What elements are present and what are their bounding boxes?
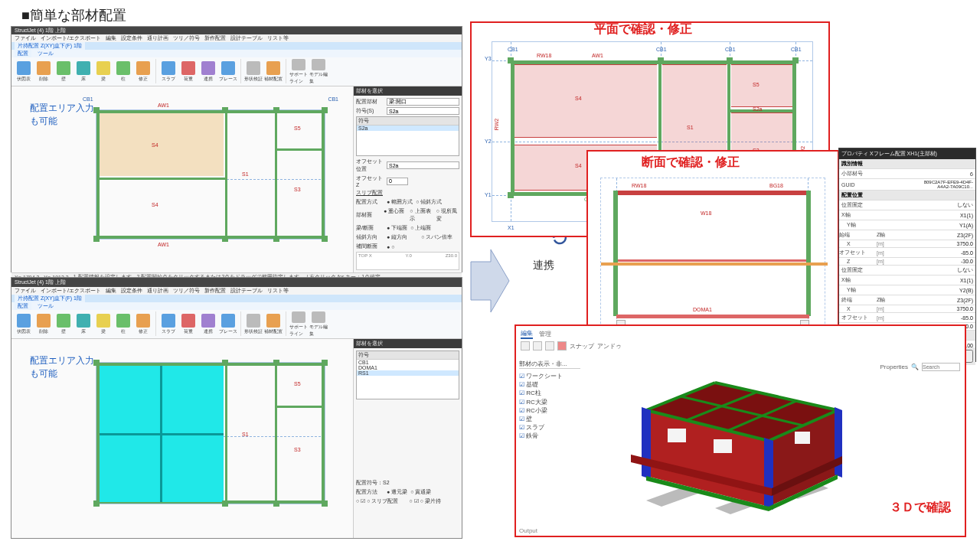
view3d-title: ３Ｄで確認 — [890, 500, 951, 516]
drawpane-2[interactable]: 配置エリア入力 も可能 — [11, 339, 353, 538]
svg-marker-0 — [471, 249, 509, 312]
annot-area-2: 配置エリア入力 も可能 — [30, 354, 94, 380]
menu-item[interactable]: ファイル — [15, 287, 36, 295]
titlebar-2: StructJet (4) 1階 上階 — [11, 278, 462, 287]
ribbon-btn-荷重[interactable]: 荷重 — [179, 59, 198, 85]
ribbon-btn-補材配置[interactable]: 補材配置 — [264, 59, 283, 85]
menu-item[interactable]: 通り計画 — [147, 287, 168, 295]
ribbon-btn-削除[interactable]: 削除 — [34, 311, 53, 337]
page-title: ■簡単な部材配置 — [21, 6, 126, 24]
ribbon-btn-モデル編集[interactable]: モデル編集 — [309, 59, 328, 85]
doc-tab-2[interactable]: 片持配置 Z(XY)直下(F) 1階 — [15, 295, 85, 302]
plan-title: 平面で確認・修正 — [594, 21, 692, 37]
ribbon-btn-伏図表[interactable]: 伏図表 — [15, 59, 33, 85]
ribbon-btn-伏図表[interactable]: 伏図表 — [15, 311, 33, 337]
ribbon-btn-壁[interactable]: 壁 — [54, 59, 73, 85]
drawpane-1[interactable]: 配置エリア入力 も可能 — [11, 86, 353, 272]
appwin-1: StructJet (4) 1階 上階 ファイルインポート/エクスポート編集設定… — [11, 26, 462, 272]
doc-tab[interactable]: 片持配置 Z(XY)直下(F) 1階 — [15, 42, 85, 50]
radio-range[interactable]: 範囲方式 — [387, 198, 413, 206]
ribbon-btn-モデル編集[interactable]: モデル編集 — [309, 311, 328, 337]
ribbon-btn-サポートライン[interactable]: サポートライン — [289, 311, 308, 337]
menu-item[interactable]: 通り計画 — [147, 34, 168, 42]
titlebar: StructJet (4) 1階 上階 — [11, 27, 462, 34]
ribbon-btn-スラブ[interactable]: スラブ — [159, 311, 178, 337]
sidepanel-header-2: 部材を選択 — [354, 339, 462, 348]
ribbon-btn-ブレース[interactable]: ブレース — [219, 59, 237, 85]
menu-item[interactable]: 新作配置 — [204, 34, 226, 42]
ribbon-btn-修正[interactable]: 修正 — [134, 59, 152, 85]
sidepanel-2: 部材を選択 符号 CB1 DOMA1 RS1 配置符号：S2 配置方法還元梁貫通… — [353, 339, 462, 538]
section-title: 断面で確認・修正 — [642, 155, 740, 171]
ribbon-btn-ブレース[interactable]: ブレース — [219, 311, 237, 337]
ribbon-btn-床[interactable]: 床 — [74, 311, 93, 337]
doc-tabbar-2[interactable]: 片持配置 Z(XY)直下(F) 1階 — [11, 295, 462, 302]
sidepanel-1: 部材を選択 配置部材 符号(S) 符号 S2a オフセット位置 オフセットZ ス… — [353, 86, 462, 272]
menu-item[interactable]: 設計テーブル — [230, 34, 263, 42]
property-header: プロパティ Xフレーム配置 XH1(主部材) — [839, 148, 975, 159]
menu-item[interactable]: インポート/エクスポート — [41, 287, 101, 295]
property-table[interactable]: 識別情報 小部材号6 GUID809C2A7F-EFE9-4D4F-A4A2-7… — [839, 159, 975, 347]
symbol-input[interactable] — [387, 107, 459, 115]
ribbon-btn-修正[interactable]: 修正 — [134, 311, 152, 337]
ribbon-btn-サポートライン[interactable]: サポートライン — [289, 59, 308, 85]
appwin-2: StructJet (4) 1階 上階 ファイルインポート/エクスポート編集設定… — [11, 277, 462, 539]
svg-rect-19 — [668, 429, 686, 442]
ribbon-btn-削除[interactable]: 削除 — [34, 59, 53, 85]
sidepanel-header: 部材を選択 — [354, 86, 462, 96]
menubar-2[interactable]: ファイルインポート/エクスポート編集設定条件通り計画ツリ／符号新作配置設計テーブ… — [11, 287, 462, 295]
ribbon-btn-形状検証[interactable]: 形状検証 — [244, 59, 263, 85]
ribbon-btn-形状検証[interactable]: 形状検証 — [244, 311, 263, 337]
offset-input[interactable] — [387, 161, 459, 169]
symbol-list-2[interactable]: 符号 CB1 DOMA1 RS1 — [356, 350, 459, 399]
subtab-tool[interactable]: ツール — [34, 50, 57, 57]
ribbon-btn-連携[interactable]: 連携 — [199, 59, 217, 85]
radio-slope[interactable]: 傾斜方式 — [416, 198, 442, 206]
menu-item[interactable]: ツリ／符号 — [173, 287, 200, 295]
ribbon-btn-柱[interactable]: 柱 — [114, 311, 132, 337]
ribbon-btn-床[interactable]: 床 — [74, 59, 93, 85]
member-input[interactable] — [387, 98, 459, 106]
ribbon: 伏図表削除壁床梁柱修正スラブ荷重連携ブレース形状検証補材配置サポートラインモデル… — [11, 57, 462, 86]
link-label: 連携 — [533, 259, 554, 272]
subtab-layout[interactable]: 配置 — [15, 50, 31, 57]
offsetz-input[interactable] — [387, 178, 408, 185]
subtabbar-2[interactable]: 配置 ツール — [11, 302, 462, 310]
menu-item[interactable]: 設定条件 — [121, 287, 142, 295]
menu-item[interactable]: ツリ／符号 — [173, 34, 200, 42]
menu-item[interactable]: 設計テーブル — [230, 287, 263, 295]
ribbon-btn-連携[interactable]: 連携 — [199, 311, 217, 337]
ribbon-btn-梁[interactable]: 梁 — [94, 311, 113, 337]
ribbon-btn-スラブ[interactable]: スラブ — [159, 59, 178, 85]
menu-item[interactable]: 新作配置 — [204, 287, 226, 295]
doc-tabbar[interactable]: 片持配置 Z(XY)直下(F) 1階 — [11, 42, 462, 50]
symbol-list[interactable]: 符号 S2a — [356, 116, 459, 156]
svg-rect-21 — [795, 432, 810, 444]
svg-marker-15 — [764, 438, 773, 510]
svg-marker-14 — [642, 407, 651, 479]
svg-marker-16 — [835, 407, 842, 478]
section-drawing[interactable]: W18 DOMA1 RW18 BG18 X1 X1.3 — [600, 178, 825, 343]
menu-item[interactable]: 設定条件 — [121, 34, 142, 42]
svg-rect-20 — [714, 439, 732, 453]
menu-item[interactable]: リスト等 — [267, 34, 289, 42]
arrow-icon — [468, 246, 511, 315]
menu-item[interactable]: インポート/エクスポート — [41, 34, 101, 42]
ribbon-btn-梁[interactable]: 梁 — [94, 59, 113, 85]
view3d-panel: 編集 管理 スナップ アンドゥ 部材の表示・非... ワークシート基礎RC柱RC… — [514, 324, 966, 537]
subtabbar[interactable]: 配置 ツール — [11, 50, 462, 57]
ribbon-btn-柱[interactable]: 柱 — [114, 59, 132, 85]
ribbon-btn-壁[interactable]: 壁 — [54, 311, 73, 337]
menubar[interactable]: ファイルインポート/エクスポート編集設定条件通り計画ツリ／符号新作配置設計テーブ… — [11, 34, 462, 42]
menu-item[interactable]: 編集 — [106, 34, 116, 42]
menu-item[interactable]: リスト等 — [267, 287, 289, 295]
ribbon-2: 伏図表削除壁床梁柱修正スラブ荷重連携ブレース形状検証補材配置サポートラインモデル… — [11, 310, 462, 339]
ribbon-btn-荷重[interactable]: 荷重 — [179, 311, 198, 337]
ribbon-btn-補材配置[interactable]: 補材配置 — [264, 311, 283, 337]
menu-item[interactable]: ファイル — [15, 34, 36, 42]
annot-area-1: 配置エリア入力 も可能 — [30, 102, 94, 128]
menu-item[interactable]: 編集 — [106, 287, 116, 295]
